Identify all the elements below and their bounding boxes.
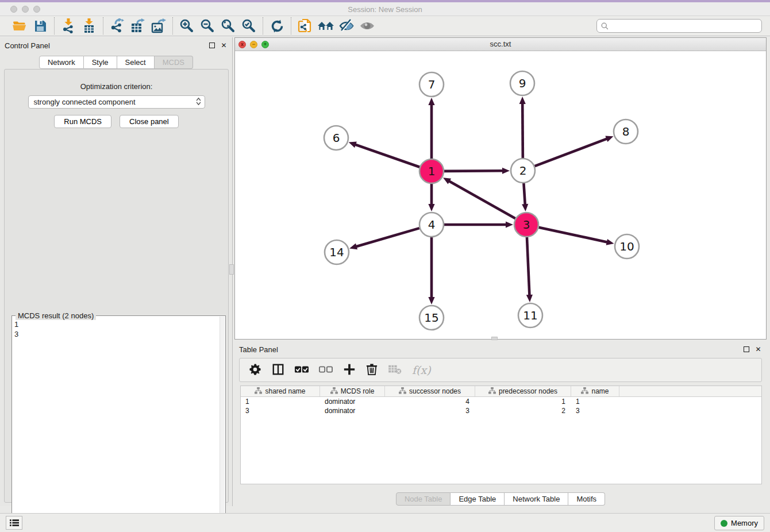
cell-successor-nodes[interactable]: 3 xyxy=(385,406,475,415)
cell-predecessor-nodes[interactable]: 1 xyxy=(475,397,571,406)
edge-arrow-2-8 xyxy=(605,136,613,142)
open-session-button[interactable] xyxy=(11,18,28,34)
column-header-predecessor-nodes[interactable]: predecessor nodes xyxy=(475,386,571,396)
edge-1-2[interactable] xyxy=(444,171,503,171)
table-row[interactable]: 1dominator411 xyxy=(241,397,761,406)
memory-button[interactable]: Memory xyxy=(714,516,764,530)
result-item[interactable]: 1 xyxy=(14,319,217,329)
export-network-button[interactable] xyxy=(109,18,126,34)
add-column-button[interactable] xyxy=(343,361,356,379)
network-window-titlebar[interactable]: x − + scc.txt xyxy=(235,38,766,51)
edge-4-14[interactable] xyxy=(356,228,419,246)
cell-name[interactable]: 3 xyxy=(571,406,619,415)
graph-node-11[interactable]: 11 xyxy=(518,303,542,327)
close-table-panel-icon[interactable]: ✕ xyxy=(754,346,762,353)
tab-network[interactable]: Network xyxy=(39,56,84,69)
import-network-button[interactable] xyxy=(60,18,77,34)
column-header-MCDS-role[interactable]: MCDS role xyxy=(320,386,385,396)
cell-shared-name[interactable]: 3 xyxy=(241,406,320,415)
close-panel-button[interactable]: Close panel xyxy=(120,115,179,128)
graph-node-14[interactable]: 14 xyxy=(325,240,349,264)
float-table-panel-icon[interactable] xyxy=(742,346,750,353)
criterion-select[interactable]: strongly connected component xyxy=(28,95,205,109)
save-session-button[interactable] xyxy=(32,18,49,34)
table-toolbar: f(x) xyxy=(239,358,762,382)
cell-MCDS-role[interactable]: dominator xyxy=(320,406,385,415)
node-table[interactable]: shared nameMCDS rolesuccessor nodesprede… xyxy=(240,385,762,484)
result-scrollbar[interactable] xyxy=(220,317,225,531)
clone-network-button[interactable] xyxy=(297,18,314,34)
select-all-rows-button[interactable] xyxy=(295,361,309,379)
tab-network-table[interactable]: Network Table xyxy=(505,492,568,506)
import-table-icon xyxy=(82,18,96,33)
graph-node-6[interactable]: 6 xyxy=(324,126,348,150)
table-panel-header: Table Panel ✕ xyxy=(234,342,767,356)
close-panel-icon[interactable]: ✕ xyxy=(220,42,228,49)
refresh-network-button[interactable] xyxy=(268,18,286,34)
network-canvas[interactable]: 7968124314101511 xyxy=(235,51,766,339)
column-header-shared-name[interactable]: shared name xyxy=(241,386,320,396)
column-layout-button[interactable] xyxy=(272,361,284,379)
zoom-selected-button[interactable] xyxy=(240,18,257,34)
svg-text:2: 2 xyxy=(519,164,527,178)
tab-motifs[interactable]: Motifs xyxy=(568,492,605,506)
cell-MCDS-role[interactable]: dominator xyxy=(320,397,385,406)
graph-node-1[interactable]: 1 xyxy=(419,159,444,183)
graph-node-7[interactable]: 7 xyxy=(419,72,444,97)
import-table-button[interactable] xyxy=(80,18,98,34)
export-image-button[interactable] xyxy=(150,18,167,34)
column-header-successor-nodes[interactable]: successor nodes xyxy=(385,386,475,396)
column-header-name[interactable]: name xyxy=(571,386,619,396)
cell-name[interactable]: 1 xyxy=(571,397,619,406)
org-chart-icon xyxy=(399,387,406,396)
deselect-all-rows-button[interactable] xyxy=(319,361,333,379)
edge-2-3[interactable] xyxy=(523,183,525,205)
edge-3-1[interactable] xyxy=(449,181,515,219)
run-mcds-button[interactable]: Run MCDS xyxy=(54,115,111,128)
graph-node-9[interactable]: 9 xyxy=(510,71,534,95)
float-panel-icon[interactable] xyxy=(208,42,215,49)
edge-2-8[interactable] xyxy=(535,138,608,166)
network-view-window: x − + scc.txt 7968124314101511 xyxy=(234,37,767,340)
tab-edge-table[interactable]: Edge Table xyxy=(451,492,505,506)
mcds-result-list[interactable]: 13 xyxy=(14,319,217,530)
search-input[interactable] xyxy=(596,19,762,33)
graph-node-3[interactable]: 3 xyxy=(514,213,538,237)
svg-text:9: 9 xyxy=(519,76,526,90)
tab-select[interactable]: Select xyxy=(117,56,155,69)
graph-node-4[interactable]: 4 xyxy=(419,213,444,237)
export-table-button[interactable] xyxy=(129,18,147,34)
toggle-graphics-details-button[interactable] xyxy=(338,18,355,34)
zoom-fit-button[interactable] xyxy=(220,18,237,34)
tab-mcds[interactable]: MCDS xyxy=(155,56,193,69)
graph-node-15[interactable]: 15 xyxy=(419,306,444,330)
zoom-out-button[interactable] xyxy=(199,18,216,34)
network-overview-button[interactable] xyxy=(317,18,334,34)
tab-style[interactable]: Style xyxy=(84,56,117,69)
graph-node-10[interactable]: 10 xyxy=(615,234,639,259)
horizontal-splitter-handle[interactable] xyxy=(491,337,498,340)
cell-predecessor-nodes[interactable]: 2 xyxy=(475,406,571,415)
table-settings-button[interactable] xyxy=(249,361,261,379)
network-graph[interactable]: 7968124314101511 xyxy=(235,51,766,339)
org-chart-icon xyxy=(581,387,588,396)
edge-2-9[interactable] xyxy=(522,103,523,158)
mcds-panel: Optimization criterion: strongly connect… xyxy=(4,69,229,503)
table-header-row: shared nameMCDS rolesuccessor nodesprede… xyxy=(241,386,761,397)
status-menu-button[interactable] xyxy=(6,516,22,530)
graph-node-2[interactable]: 2 xyxy=(511,159,535,183)
zoom-in-button[interactable] xyxy=(178,18,195,34)
result-item[interactable]: 3 xyxy=(14,329,217,339)
show-hide-panel-button[interactable] xyxy=(359,18,376,34)
tab-node-table[interactable]: Node Table xyxy=(396,492,451,506)
cell-shared-name[interactable]: 1 xyxy=(241,397,320,406)
control-panel-title: Control Panel xyxy=(5,41,50,50)
vertical-splitter-handle[interactable] xyxy=(229,264,234,275)
cell-successor-nodes[interactable]: 4 xyxy=(385,397,475,406)
edge-3-11[interactable] xyxy=(527,237,530,296)
edge-1-6[interactable] xyxy=(355,144,419,167)
table-row[interactable]: 3dominator323 xyxy=(241,406,761,415)
edge-3-10[interactable] xyxy=(538,228,607,242)
delete-column-button[interactable] xyxy=(366,361,378,379)
graph-node-8[interactable]: 8 xyxy=(614,119,638,144)
